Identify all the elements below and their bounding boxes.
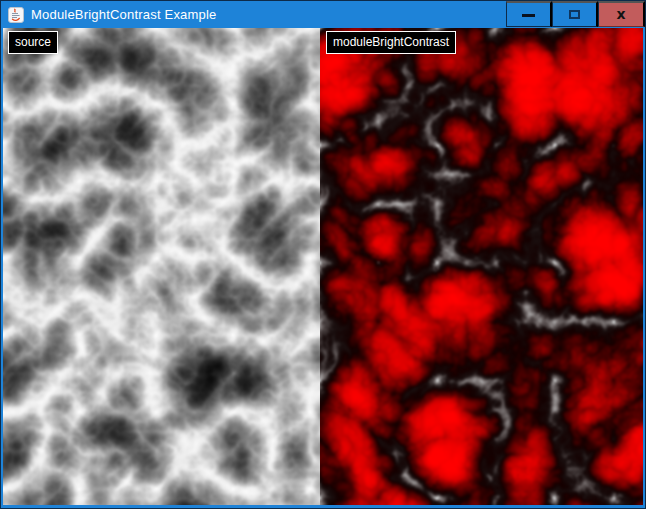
content-area: source <box>3 28 643 505</box>
close-button[interactable]: x <box>598 1 645 27</box>
titlebar[interactable]: ModuleBrightContrast Example x <box>1 1 645 28</box>
module-label: moduleBrightContrast <box>326 31 456 54</box>
close-icon: x <box>616 7 625 21</box>
minimize-button[interactable] <box>506 1 552 27</box>
window-title: ModuleBrightContrast Example <box>31 7 217 22</box>
module-noise-image <box>320 28 643 505</box>
maximize-icon <box>569 10 580 19</box>
source-label: source <box>8 31 58 54</box>
source-panel: source <box>3 28 320 505</box>
minimize-icon <box>522 14 535 17</box>
module-panel: moduleBrightContrast <box>320 28 643 505</box>
java-coffee-cup-icon <box>8 7 24 23</box>
source-noise-image <box>3 28 320 505</box>
window-controls: x <box>506 1 645 27</box>
maximize-button[interactable] <box>552 1 598 27</box>
app-window: ModuleBrightContrast Example x <box>0 0 646 509</box>
